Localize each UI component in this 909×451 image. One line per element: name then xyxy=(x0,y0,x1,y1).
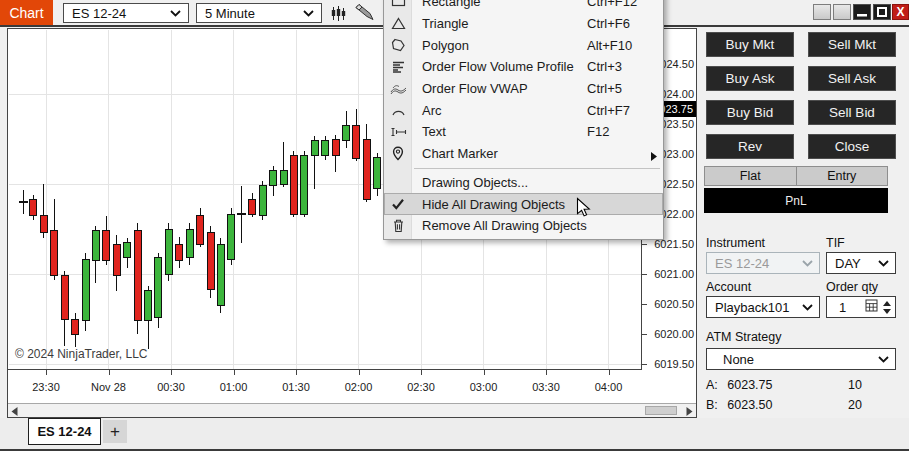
menu-item-shortcut: Ctrl+F6 xyxy=(587,16,663,31)
sell-mkt-button[interactable]: Sell Mkt xyxy=(808,32,896,57)
ask-size: 10 xyxy=(848,378,862,392)
time-axis-label: 02:30 xyxy=(393,381,449,393)
bid-size: 20 xyxy=(848,398,862,412)
scroll-right-icon[interactable] xyxy=(684,406,694,416)
close-button[interactable]: X xyxy=(892,4,909,20)
menu-item-polygon[interactable]: PolygonAlt+F10 xyxy=(384,34,663,56)
menu-item-chart-marker[interactable]: Chart Marker xyxy=(384,143,663,165)
price-axis-tick xyxy=(642,244,647,245)
submenu-arrow-icon xyxy=(651,149,657,164)
drawing-context-menu: RectangleCtrl+F12TriangleCtrl+F6PolygonA… xyxy=(383,0,664,240)
time-axis-tick xyxy=(109,370,110,375)
time-axis-label: 01:30 xyxy=(268,381,324,393)
time-axis-tick xyxy=(609,370,610,375)
flat-indicator[interactable]: Flat xyxy=(704,166,797,186)
price-axis-tick xyxy=(642,304,647,305)
menu-item-label: Triangle xyxy=(412,16,587,31)
buy-mkt-button[interactable]: Buy Mkt xyxy=(706,32,794,57)
add-tab-button[interactable]: + xyxy=(103,420,127,443)
time-axis-tick xyxy=(421,370,422,375)
price-axis-tick xyxy=(642,364,647,365)
sell-ask-button[interactable]: Sell Ask xyxy=(808,66,896,91)
scroll-left-icon[interactable] xyxy=(9,406,19,416)
qty-label: Order qty xyxy=(826,280,878,294)
price-axis-tick xyxy=(642,334,647,335)
menu-item-shortcut: F12 xyxy=(587,124,663,139)
menu-item-remove-all-drawing-objects[interactable]: Remove All Drawing Objects xyxy=(384,215,663,237)
atm-strategy-select[interactable]: None xyxy=(706,348,896,370)
marker-icon xyxy=(384,146,412,161)
buy-bid-button[interactable]: Buy Bid xyxy=(706,100,794,125)
rectangle-icon xyxy=(384,0,412,8)
atm-strategy-label: ATM Strategy xyxy=(706,330,781,344)
pnl-display: PnL xyxy=(704,188,888,213)
panel-button-1[interactable] xyxy=(813,4,831,20)
calculator-icon[interactable] xyxy=(865,299,878,315)
entry-indicator[interactable]: Entry xyxy=(797,166,889,186)
chevron-down-icon xyxy=(878,356,895,363)
time-axis-tick xyxy=(359,370,360,375)
menu-item-arc[interactable]: ArcCtrl+F7 xyxy=(384,99,663,121)
menu-item-hide-all-drawing-objects[interactable]: Hide All Drawing Objects xyxy=(384,193,663,215)
account-select[interactable]: Playback101 xyxy=(706,296,820,318)
ask-quote-row: A: 6023.75 10 xyxy=(706,378,772,392)
time-axis-label: 04:00 xyxy=(581,381,637,393)
menu-item-text[interactable]: TextF12 xyxy=(384,121,663,143)
chevron-down-icon xyxy=(802,304,819,311)
drawing-tools-icon[interactable] xyxy=(352,4,378,22)
text-icon xyxy=(384,126,412,138)
chevron-down-icon xyxy=(170,10,188,17)
trash-icon xyxy=(384,218,412,233)
menu-item-order-flow-volume-profile[interactable]: Order Flow Volume ProfileCtrl+3 xyxy=(384,56,663,78)
ask-price: 6023.75 xyxy=(727,378,772,392)
instrument-combobox-value: ES 12-24 xyxy=(72,6,126,21)
chart-style-icon[interactable] xyxy=(328,4,348,22)
instrument-select: ES 12-24 xyxy=(706,252,820,274)
menu-item-label: Hide All Drawing Objects xyxy=(412,197,587,212)
chart-window-label: Chart xyxy=(0,0,53,25)
arc-icon xyxy=(384,104,412,117)
chevron-down-icon xyxy=(878,260,895,267)
price-axis-label: 6021.00 xyxy=(644,267,694,281)
mouse-cursor xyxy=(576,197,592,222)
panel-button-2[interactable] xyxy=(833,4,851,20)
interval-combobox[interactable]: 5 Minute xyxy=(196,3,322,23)
minimize-button[interactable] xyxy=(853,4,871,20)
time-axis-label: 01:00 xyxy=(206,381,262,393)
restore-button[interactable] xyxy=(873,4,891,20)
menu-item-drawing-objects[interactable]: Drawing Objects... xyxy=(384,172,663,194)
vwap-icon xyxy=(384,82,412,96)
rev-button[interactable]: Rev xyxy=(706,134,794,159)
scrollbar-thumb[interactable] xyxy=(645,406,677,415)
quantity-stepper[interactable] xyxy=(878,301,895,314)
time-axis-tick xyxy=(484,370,485,375)
time-axis-tick xyxy=(46,370,47,375)
menu-item-triangle[interactable]: TriangleCtrl+F6 xyxy=(384,13,663,35)
instrument-combobox[interactable]: ES 12-24 xyxy=(63,3,189,23)
price-axis-label: 6019.50 xyxy=(644,357,694,371)
menu-item-shortcut: Ctrl+5 xyxy=(587,81,663,96)
time-axis-tick xyxy=(234,370,235,375)
time-axis-tick xyxy=(296,370,297,375)
time-axis-label: 00:30 xyxy=(143,381,199,393)
order-qty-field[interactable]: 1 xyxy=(826,296,896,318)
interval-combobox-value: 5 Minute xyxy=(205,6,255,21)
horizontal-scrollbar[interactable] xyxy=(8,403,696,417)
menu-item-order-flow-vwap[interactable]: Order Flow VWAPCtrl+5 xyxy=(384,78,663,100)
bid-quote-row: B: 6023.50 20 xyxy=(706,398,772,412)
menu-item-label: Drawing Objects... xyxy=(412,175,587,190)
time-axis-tick xyxy=(171,370,172,375)
tab-es-12-24[interactable]: ES 12-24 xyxy=(28,418,101,445)
time-axis-label: 23:30 xyxy=(18,381,74,393)
time-axis-label: 02:00 xyxy=(331,381,387,393)
time-axis-tick xyxy=(546,370,547,375)
menu-item-rectangle[interactable]: RectangleCtrl+F12 xyxy=(384,0,663,13)
menu-item-label: Text xyxy=(412,124,587,139)
tif-label: TIF xyxy=(826,236,845,250)
sell-bid-button[interactable]: Sell Bid xyxy=(808,100,896,125)
close-button[interactable]: Close xyxy=(808,134,896,159)
menu-item-shortcut: Ctrl+3 xyxy=(587,59,663,74)
menu-item-label: Chart Marker xyxy=(412,146,587,161)
buy-ask-button[interactable]: Buy Ask xyxy=(706,66,794,91)
tif-select[interactable]: DAY xyxy=(826,252,896,274)
